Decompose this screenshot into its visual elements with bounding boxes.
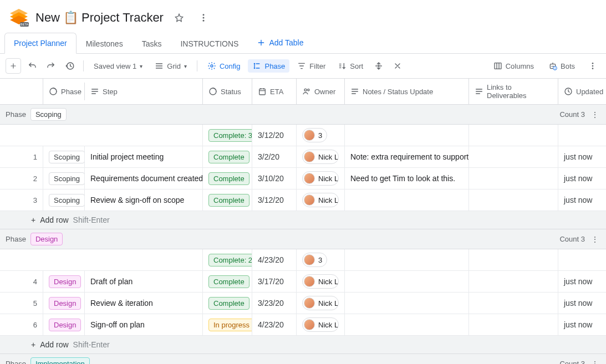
- sort-button[interactable]: Sort: [333, 59, 368, 73]
- table-tab[interactable]: INSTRUCTIONS: [171, 33, 248, 54]
- redo-button[interactable]: [43, 58, 59, 74]
- cell-step[interactable]: Initial project meeting: [85, 146, 203, 167]
- table-row[interactable]: 1 Scoping Initial project meeting Comple…: [0, 146, 606, 168]
- cell-owner[interactable]: Nick La…: [297, 189, 345, 211]
- group-header[interactable]: Phase Scoping Count 3 ⋮: [0, 105, 606, 125]
- phase-group-button[interactable]: Phase: [248, 59, 289, 73]
- table-tab[interactable]: Project Planner: [4, 33, 77, 54]
- cell-eta[interactable]: 3/10/20: [252, 168, 297, 189]
- cell-eta[interactable]: 3/17/20: [252, 271, 297, 292]
- cell-status[interactable]: Complete: [203, 168, 252, 189]
- step-col-header[interactable]: Step: [85, 83, 202, 100]
- group-more-icon[interactable]: ⋮: [589, 360, 600, 365]
- filter-button[interactable]: Filter: [293, 59, 330, 73]
- summary-notes[interactable]: [345, 125, 469, 146]
- summary-eta[interactable]: 3/12/20: [252, 125, 297, 146]
- more-button[interactable]: [195, 9, 212, 27]
- cell-step[interactable]: Requirements document created: [85, 168, 203, 189]
- bots-button[interactable]: 1 Bots: [544, 59, 579, 73]
- cell-phase[interactable]: Scoping: [43, 146, 85, 167]
- summary-status[interactable]: Complete: 2: [203, 249, 252, 270]
- cell-notes[interactable]: Note: extra requirement to support…: [345, 146, 469, 167]
- cell-notes[interactable]: Need to get Tim to look at this.: [345, 168, 469, 189]
- owner-col-header[interactable]: Owner: [297, 79, 345, 104]
- cell-phase[interactable]: Scoping: [43, 168, 85, 189]
- table-row[interactable]: 2 Scoping Requirements document created …: [0, 168, 606, 189]
- add-button[interactable]: [6, 58, 21, 74]
- history-button[interactable]: [62, 58, 78, 74]
- close-button[interactable]: [390, 58, 405, 74]
- table-row[interactable]: 3 Scoping Review & sign-off on scope Com…: [0, 189, 606, 211]
- undo-button[interactable]: [24, 58, 40, 74]
- cell-owner[interactable]: Nick La…: [297, 271, 345, 292]
- cell-phase[interactable]: Design: [43, 314, 85, 335]
- cell-updated[interactable]: just now: [558, 168, 606, 189]
- row-height-button[interactable]: [371, 58, 386, 74]
- config-button[interactable]: Config: [203, 59, 245, 73]
- cell-links[interactable]: [469, 146, 558, 167]
- summary-owner[interactable]: 3: [297, 125, 345, 146]
- cell-notes[interactable]: [345, 314, 469, 335]
- cell-notes[interactable]: [345, 189, 469, 211]
- table-row[interactable]: 4 Design Draft of plan Complete 3/17/20 …: [0, 271, 606, 293]
- links-col-header[interactable]: Links to Deliverables: [469, 79, 558, 104]
- cell-links[interactable]: [469, 189, 558, 211]
- cell-status[interactable]: In progress: [203, 314, 252, 335]
- cell-notes[interactable]: [345, 271, 469, 292]
- cell-status[interactable]: Complete: [203, 189, 252, 211]
- cell-phase[interactable]: Scoping: [43, 189, 85, 211]
- add-row-button[interactable]: + Add row Shift-Enter: [0, 336, 606, 354]
- cell-links[interactable]: [469, 168, 558, 189]
- cell-updated[interactable]: just now: [558, 189, 606, 211]
- summary-owner[interactable]: 3: [297, 249, 345, 270]
- cell-status[interactable]: Complete: [203, 293, 252, 314]
- cell-eta[interactable]: 3/23/20: [252, 293, 297, 314]
- cell-eta[interactable]: 3/12/20: [252, 189, 297, 211]
- phase-col-header[interactable]: Phase: [43, 83, 85, 100]
- cell-updated[interactable]: just now: [558, 146, 606, 167]
- summary-notes[interactable]: [345, 249, 469, 270]
- eta-col-header[interactable]: ETA: [252, 79, 297, 104]
- add-row-button[interactable]: + Add row Shift-Enter: [0, 211, 606, 229]
- cell-owner[interactable]: Nick La…: [297, 293, 345, 314]
- grid-view-select[interactable]: Grid ▾: [150, 59, 191, 73]
- cell-updated[interactable]: just now: [558, 314, 606, 335]
- group-more-icon[interactable]: ⋮: [589, 110, 600, 119]
- table-tab[interactable]: Milestones: [77, 33, 133, 54]
- overflow-button[interactable]: [585, 58, 600, 74]
- cell-status[interactable]: Complete: [203, 271, 252, 292]
- columns-button[interactable]: Columns: [489, 59, 538, 73]
- cell-updated[interactable]: just now: [558, 271, 606, 292]
- table-row[interactable]: 5 Design Review & iteration Complete 3/2…: [0, 293, 606, 314]
- group-more-icon[interactable]: ⋮: [589, 235, 600, 244]
- summary-updated[interactable]: [558, 125, 606, 146]
- cell-step[interactable]: Review & sign-off on scope: [85, 189, 203, 211]
- table-tab[interactable]: Tasks: [133, 33, 171, 54]
- star-button[interactable]: [170, 9, 188, 27]
- cell-owner[interactable]: Nick La…: [297, 146, 345, 167]
- cell-links[interactable]: [469, 271, 558, 292]
- status-col-header[interactable]: Status: [203, 79, 252, 104]
- add-table-button[interactable]: Add Table: [248, 33, 312, 53]
- cell-step[interactable]: Review & iteration: [85, 293, 203, 314]
- cell-notes[interactable]: [345, 293, 469, 314]
- row-number-col-header[interactable]: [0, 79, 43, 104]
- cell-step[interactable]: Draft of plan: [85, 271, 203, 292]
- group-header[interactable]: Phase Implementation Count 3 ⋮: [0, 354, 606, 364]
- doc-title[interactable]: New 📋 Project Tracker: [35, 11, 164, 25]
- summary-eta[interactable]: 4/23/20: [252, 249, 297, 270]
- cell-updated[interactable]: just now: [558, 293, 606, 314]
- cell-eta[interactable]: 4/23/20: [252, 314, 297, 335]
- group-header[interactable]: Phase Design Count 3 ⋮: [0, 229, 606, 249]
- cell-status[interactable]: Complete: [203, 146, 252, 167]
- cell-links[interactable]: [469, 293, 558, 314]
- summary-updated[interactable]: [558, 249, 606, 270]
- table-row[interactable]: 6 Design Sign-off on plan In progress 4/…: [0, 314, 606, 336]
- updated-col-header[interactable]: Updated: [558, 79, 606, 104]
- summary-links[interactable]: [469, 125, 558, 146]
- notes-col-header[interactable]: Notes / Status Update: [345, 79, 469, 104]
- cell-eta[interactable]: 3/2/20: [252, 146, 297, 167]
- cell-owner[interactable]: Nick La…: [297, 168, 345, 189]
- cell-step[interactable]: Sign-off on plan: [85, 314, 203, 335]
- cell-links[interactable]: [469, 314, 558, 335]
